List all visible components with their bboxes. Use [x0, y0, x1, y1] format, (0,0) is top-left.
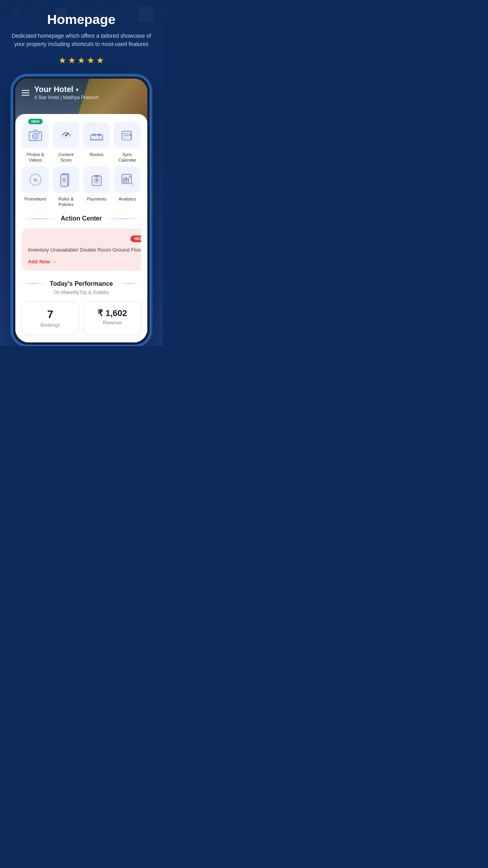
hamburger-line-1 [22, 90, 29, 91]
main-card: NEW Photos &Videos [15, 114, 147, 342]
divider-right [106, 219, 141, 219]
content-score-icon-wrap [53, 122, 79, 149]
promotions-icon-wrap: % [22, 166, 49, 193]
promotions-label: Promotions [24, 196, 46, 202]
divider-left [22, 219, 57, 219]
camera-icon [28, 127, 43, 143]
svg-rect-16 [124, 135, 125, 136]
hamburger-menu[interactable] [22, 90, 29, 96]
star-1: ★ [59, 55, 66, 66]
svg-text:₹: ₹ [95, 179, 98, 183]
hero-subtitle: Dedicated homepage which offers a tailor… [8, 32, 155, 48]
star-rating: ★ ★ ★ ★ ★ [8, 55, 155, 66]
feature-analytics[interactable]: Analytics [114, 166, 141, 208]
analytics-label: Analytics [119, 196, 136, 202]
add-now-link[interactable]: Add Now → [28, 259, 141, 265]
rules-label: Rules &Policies [59, 196, 74, 208]
hotel-dropdown-chevron[interactable]: ▾ [76, 86, 79, 93]
hotel-detail: 4 Star Hotel | Madhya Pradesh [34, 95, 99, 100]
promotions-icon: % [28, 172, 43, 188]
bookings-card: 7 Bookings [22, 302, 79, 335]
bookings-label: Bookings [28, 322, 72, 328]
performance-title: Today's Performance [50, 280, 113, 287]
content-score-label: Content Score [52, 152, 80, 163]
sync-calendar-icon [119, 127, 135, 143]
star-4: ★ [87, 55, 95, 66]
feature-photos-videos[interactable]: NEW Photos &Videos [22, 122, 49, 163]
revenue-label: Revenue [90, 320, 134, 326]
feature-rules-policies[interactable]: Rules &Policies [52, 166, 80, 208]
analytics-icon [119, 172, 135, 188]
star-3: ★ [77, 55, 85, 66]
perf-divider-right [117, 283, 141, 284]
phone-mockup: Your Hotel ▾ 4 Star Hotel | Madhya Prade… [12, 75, 151, 346]
performance-cards: 7 Bookings ₹ 1,602 Revenue [22, 302, 141, 335]
perf-divider-left [22, 283, 46, 284]
svg-point-27 [94, 175, 99, 177]
photos-label: Photos &Videos [27, 152, 44, 163]
svg-rect-18 [129, 135, 130, 136]
feature-grid: NEW Photos &Videos [22, 122, 141, 207]
feature-promotions[interactable]: % Promotions [22, 166, 49, 208]
rooms-label: Rooms [90, 152, 104, 157]
performance-subtitle: On MakeMyTrip & Goibibo [22, 290, 141, 295]
svg-point-11 [99, 134, 100, 135]
new-badge: NEW [28, 119, 43, 124]
action-center-divider: Action Center [22, 215, 141, 222]
action-center-title: Action Center [61, 215, 102, 222]
photos-icon-wrap: NEW [22, 122, 49, 149]
hamburger-line-3 [22, 95, 29, 96]
add-now-label: Add Now → [28, 259, 57, 265]
bookings-value: 7 [28, 308, 72, 321]
star-5: ★ [96, 55, 104, 66]
payments-label: Payments [87, 196, 106, 202]
high-priority-badge: HIGH PRIORITY [130, 235, 141, 242]
feature-rooms[interactable]: Rooms [83, 122, 110, 163]
feature-payments[interactable]: ₹ Payments [83, 166, 110, 208]
svg-point-13 [98, 137, 99, 138]
hotel-nav: Your Hotel ▾ 4 Star Hotel | Madhya Prade… [22, 85, 141, 100]
star-2: ★ [68, 55, 76, 66]
high-priority-card: HIGH PRIORITY Inventory Unavailable! Dou… [22, 228, 141, 271]
svg-rect-19 [124, 137, 125, 138]
svg-point-32 [130, 176, 131, 177]
svg-rect-17 [127, 135, 128, 136]
rooms-icon [89, 127, 105, 143]
revenue-card: ₹ 1,602 Revenue [84, 302, 141, 335]
rules-icon [58, 172, 74, 188]
payments-icon: ₹ [89, 172, 105, 188]
sync-calendar-label: Sync Calendar [114, 152, 141, 163]
revenue-value: ₹ 1,602 [90, 308, 134, 318]
analytics-icon-wrap [114, 166, 141, 193]
hotel-name: Your Hotel [34, 85, 73, 94]
sync-calendar-icon-wrap [114, 122, 141, 149]
feature-content-score[interactable]: Content Score [52, 122, 80, 163]
svg-point-2 [34, 134, 37, 138]
hotel-info: Your Hotel ▾ 4 Star Hotel | Madhya Prade… [34, 85, 99, 100]
svg-rect-12 [90, 139, 103, 140]
hamburger-line-2 [22, 92, 29, 93]
rules-icon-wrap [53, 166, 79, 193]
action-center-cards: HIGH PRIORITY Inventory Unavailable! Dou… [22, 228, 141, 272]
high-priority-text: Inventory Unavailable! Double Room Groun… [28, 246, 141, 254]
payments-icon-wrap: ₹ [83, 166, 110, 193]
phone-screen: Your Hotel ▾ 4 Star Hotel | Madhya Prade… [15, 79, 147, 342]
rooms-icon-wrap [83, 122, 110, 149]
svg-point-10 [94, 134, 95, 135]
feature-sync-calendar[interactable]: Sync Calendar [114, 122, 141, 163]
page-title: Homepage [8, 12, 155, 27]
performance-divider: Today's Performance [22, 280, 141, 287]
svg-point-3 [39, 133, 40, 134]
hotel-name-row[interactable]: Your Hotel ▾ [34, 85, 99, 94]
content-score-icon [58, 127, 74, 143]
svg-text:%: % [33, 177, 37, 182]
hero-section: 🧳 📋 🛏 📈 Homepage Dedicated homepage whic… [0, 0, 163, 346]
